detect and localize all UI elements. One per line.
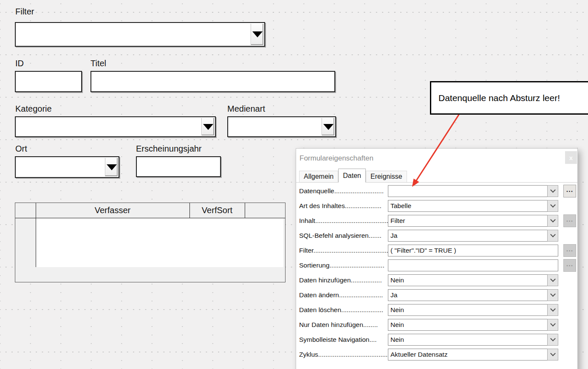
form-properties-dialog[interactable]: Formulareigenschaften x Allgemein Daten … (296, 148, 578, 369)
symbolleiste-navigation-combobox[interactable]: Nein (388, 334, 558, 346)
dropdown-button[interactable] (547, 289, 558, 301)
property-row-zyklus: Zyklus..................................… (299, 349, 575, 361)
combobox-value: Ja (390, 232, 397, 239)
property-row-daten-loeschen: Daten löschen....................... Nei… (299, 304, 575, 316)
field-value: ( "Filter"."ID" = TRUE ) (390, 247, 456, 254)
property-label: Inhalt..................................… (299, 217, 390, 225)
property-label: Daten hinzufügen................. (299, 276, 382, 284)
nur-daten-hinzufuegen-combobox[interactable]: Nein (388, 319, 558, 331)
daten-hinzufuegen-combobox[interactable]: Nein (388, 274, 558, 286)
combobox-value: Nein (390, 321, 404, 329)
sortierung-field[interactable] (388, 259, 558, 271)
column-header-verfasser[interactable]: Verfasser (36, 203, 189, 218)
dropdown-arrow-icon (323, 124, 334, 130)
property-label: Sortierung.............................. (299, 262, 384, 269)
combobox-value: Tabelle (390, 202, 411, 210)
chevron-down-icon (550, 336, 556, 341)
medienart-combobox[interactable] (227, 116, 336, 137)
property-row-symbolleiste-navigation: Symbolleiste Navigation.... Nein (299, 334, 575, 346)
property-label: Datenquelle........................... (299, 187, 384, 195)
dropdown-button[interactable] (105, 158, 118, 176)
property-label: Filter..................................… (299, 247, 390, 254)
art-des-inhaltes-combobox[interactable]: Tabelle (388, 200, 558, 212)
property-label: Daten ändern........................ (299, 291, 383, 299)
tab-ereignisse[interactable]: Ereignisse (366, 171, 407, 182)
dropdown-button[interactable] (251, 24, 263, 45)
filter-combobox[interactable] (15, 22, 265, 47)
ort-combobox[interactable] (15, 156, 119, 178)
row-header-divider (36, 203, 36, 267)
titel-label: Titel (90, 59, 106, 68)
property-row-sql-befehl-analysieren: SQL-Befehl analysieren....... Ja (299, 230, 575, 242)
dropdown-button[interactable] (547, 334, 558, 346)
datenquelle-browse-button[interactable]: ... (563, 185, 576, 197)
close-icon: x (569, 154, 573, 161)
form-designer-canvas: Filter ID Titel Kategorie Medienart Ort … (0, 0, 588, 369)
chevron-down-icon (550, 202, 556, 208)
column-header-verfsort[interactable]: VerfSort (189, 203, 245, 218)
titel-field[interactable] (90, 71, 335, 92)
zyklus-combobox[interactable]: Aktueller Datensatz (388, 349, 558, 361)
grid-header-divider (15, 218, 285, 218)
chevron-down-icon (550, 321, 556, 327)
dropdown-button[interactable] (547, 349, 558, 361)
crash-note-callout: Datenquelle nach Absturz leer! (430, 81, 588, 115)
daten-aendern-combobox[interactable]: Ja (388, 289, 558, 301)
dropdown-button[interactable] (547, 230, 558, 242)
ort-label: Ort (15, 144, 27, 154)
property-label: Nur Daten hinzufügen........ (299, 321, 378, 329)
property-label: SQL-Befehl analysieren....... (299, 232, 382, 239)
id-label: ID (15, 59, 24, 68)
sortierung-browse-button: ... (563, 259, 576, 272)
column-divider (245, 203, 245, 218)
dropdown-button[interactable] (547, 215, 558, 227)
property-label: Zyklus..................................… (299, 351, 387, 358)
chevron-down-icon (550, 217, 556, 223)
property-label: Art des Inhaltes.................... (299, 202, 382, 210)
datenquelle-combobox[interactable] (388, 185, 558, 197)
dropdown-arrow-icon (252, 31, 263, 37)
dropdown-button[interactable] (547, 304, 558, 316)
dropdown-button[interactable] (201, 118, 214, 135)
chevron-down-icon (550, 351, 556, 356)
dropdown-button[interactable] (547, 200, 558, 212)
property-label: Daten löschen....................... (299, 306, 383, 314)
id-field[interactable] (15, 71, 82, 92)
property-row-sortierung: Sortierung..............................… (299, 259, 575, 271)
property-row-daten-aendern: Daten ändern........................ Ja (299, 289, 575, 301)
column-divider (189, 203, 190, 218)
inhalt-browse-button: ... (563, 214, 576, 227)
dropdown-button[interactable] (547, 319, 558, 331)
property-row-filter: Filter..................................… (299, 245, 575, 256)
kategorie-combobox[interactable] (15, 116, 216, 137)
inhalt-combobox[interactable]: Filter (388, 215, 558, 227)
filter-browse-button: ... (563, 244, 576, 257)
tab-daten[interactable]: Daten (338, 169, 366, 183)
combobox-value: Ja (390, 291, 397, 299)
daten-loeschen-combobox[interactable]: Nein (388, 304, 558, 316)
dialog-titlebar[interactable]: Formulareigenschaften x (296, 149, 577, 168)
verfasser-grid[interactable]: Verfasser VerfSort (15, 203, 286, 282)
dropdown-button[interactable] (547, 274, 558, 286)
combobox-value: Nein (390, 336, 404, 344)
property-row-datenquelle: Datenquelle........................... .… (299, 185, 575, 197)
dropdown-button[interactable] (547, 185, 558, 197)
chevron-down-icon (550, 187, 556, 193)
grid-data-area[interactable] (36, 218, 283, 267)
crash-note-text: Datenquelle nach Absturz leer! (438, 93, 560, 103)
erscheinungsjahr-field[interactable] (136, 156, 221, 177)
chevron-down-icon (550, 306, 556, 312)
close-button[interactable]: x (565, 151, 577, 164)
combobox-value: Filter (390, 217, 405, 225)
tab-allgemein[interactable]: Allgemein (299, 171, 338, 182)
filter-criteria-field[interactable]: ( "Filter"."ID" = TRUE ) (388, 245, 558, 256)
combobox-value: Nein (390, 306, 404, 314)
combobox-value: Nein (390, 276, 404, 284)
dropdown-button[interactable] (322, 118, 334, 135)
combobox-value: Aktueller Datensatz (390, 351, 447, 358)
kategorie-label: Kategorie (15, 104, 52, 114)
chevron-down-icon (550, 232, 556, 237)
sql-befehl-analysieren-combobox[interactable]: Ja (388, 230, 558, 242)
property-row-inhalt: Inhalt..................................… (299, 215, 575, 227)
chevron-down-icon (550, 276, 556, 282)
